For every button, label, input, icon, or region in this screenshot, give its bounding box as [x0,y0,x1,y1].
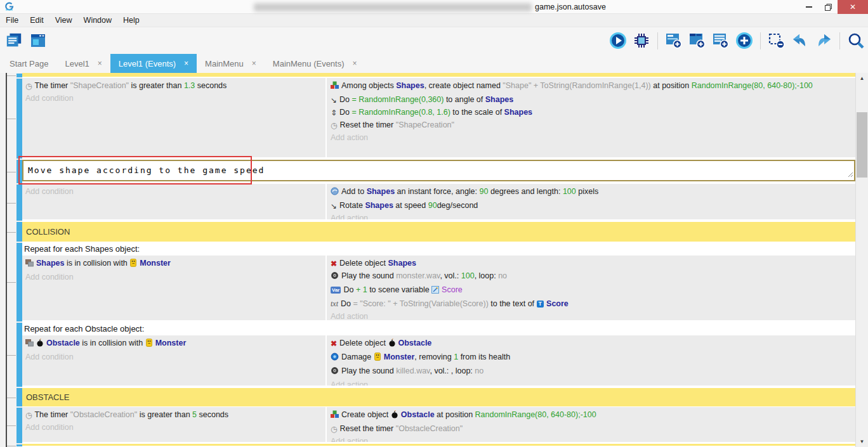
debugger-icon[interactable] [633,32,650,49]
action-row[interactable]: Add action [329,212,854,219]
menu-item-file[interactable]: File [4,16,25,25]
text-segment: + 1 [356,285,367,294]
tab-close-icon[interactable]: × [184,59,188,68]
action-row[interactable]: ↘Do = RandomInRange(0,360) to angle of S… [329,93,854,106]
action-row[interactable]: ◷Reset the timer "ShapeCreation" [329,119,854,131]
conditions-column: Shapes is in collision with MonsterAdd c… [22,256,326,320]
search-icon[interactable] [847,32,865,49]
add-action-button[interactable]: Add action [331,133,368,142]
tab-level1[interactable]: Level1× [56,54,110,73]
action-row[interactable]: txtDo = "Score: " + ToString(Variable(Sc… [329,297,854,310]
condition-row[interactable]: Obstacle is in collision with Monster [24,337,324,351]
undo-icon[interactable] [791,32,809,49]
event-rail [0,407,22,444]
action-row[interactable]: Create object Obstacle at position Rando… [329,408,854,422]
condition-row[interactable]: Add condition [24,421,324,434]
action-row[interactable]: Add action [329,310,854,320]
condition-row[interactable]: Add condition [24,351,324,363]
vertical-scrollbar[interactable]: ▲ ▼ [855,73,868,447]
action-row[interactable]: Add action [329,379,854,385]
toolbar-right [609,32,865,49]
add-condition-button[interactable]: Add condition [25,187,74,196]
comment-strip [22,73,855,78]
menu-item-help[interactable]: Help [122,16,146,25]
add-comment-icon[interactable] [712,32,730,49]
action-row[interactable]: Play the sound monster.wav, vol.: 100, l… [329,269,854,283]
event-block: Add conditionAdd to Shapes an instant fo… [22,184,855,221]
condition-row[interactable]: Add condition [24,92,324,105]
toolbar-separator [839,32,840,49]
condition-row[interactable]: ◷The timer "ShapeCreation" is greater th… [24,79,324,92]
add-subevent-icon[interactable] [688,32,706,49]
add-action-button[interactable]: Add action [331,437,368,442]
comment-bar-obstacle[interactable]: OBSTACLE [22,387,855,407]
condition-row[interactable]: Add condition [24,271,324,283]
close-icon[interactable]: ✕ [838,0,868,14]
tab-close-icon[interactable]: × [98,59,102,68]
add-condition-button[interactable]: Add condition [25,353,74,361]
restore-icon[interactable] [819,0,838,14]
comment-bar-collision[interactable]: COLLISION [22,221,855,242]
tab-level1-events-[interactable]: Level1 (Events)× [110,54,197,73]
tab-start-page[interactable]: Start Page [1,54,56,73]
add-event-icon[interactable] [665,32,683,49]
action-row[interactable]: Add action [329,131,854,144]
action-row[interactable]: ✖Delete object Shapes [329,257,854,269]
event-foreach-header[interactable]: Repeat for each Obstacle object: [22,322,855,335]
tab-mainmenu-events-[interactable]: MainMenu (Events)× [265,54,365,73]
gdevelop-logo-icon [4,2,14,14]
menu-item-window[interactable]: Window [82,16,118,25]
add-action-button[interactable]: Add action [331,312,368,320]
text-segment: at position [651,81,692,90]
text-segment: Shapes [365,201,393,210]
events-editor-icon[interactable] [29,32,47,49]
text-segment: 1.3 [184,81,195,90]
action-row[interactable]: Among objects Shapes, create object name… [329,79,854,93]
action-row[interactable]: ◷Reset the timer "ObstacleCreation" [329,422,854,435]
condition-row[interactable]: Shapes is in collision with Monster [24,257,324,271]
add-condition-button[interactable]: Add condition [25,273,74,282]
action-row[interactable]: Add to Shapes an instant force, angle: 9… [329,185,854,199]
action-row[interactable]: ✖Delete object Obstacle [329,337,854,351]
tab-close-icon[interactable]: × [353,59,357,68]
text-segment: 90 [428,201,437,210]
condition-row[interactable]: Add condition [24,185,324,198]
scene-editor-icon[interactable] [5,32,23,49]
add-action-button[interactable]: Add action [331,380,368,385]
condition-row[interactable]: ◷The timer "ObstacleCreation" is greater… [24,408,324,421]
scrollbar-down-icon[interactable]: ▼ [856,439,868,444]
action-row[interactable]: ⇕Do = RandomInRange(0.8, 1.6) to the sca… [329,106,854,119]
tabbar: Start PageLevel1×Level1 (Events)×MainMen… [0,54,868,73]
text-segment: at speed [393,201,428,210]
action-row[interactable]: ↘Rotate Shapes at speed 90deg/second [329,199,854,212]
scrollbar-thumb[interactable] [857,112,867,178]
redo-icon[interactable] [815,32,832,49]
tab-mainmenu[interactable]: MainMenu× [197,54,265,73]
tab-close-icon[interactable]: × [252,59,256,68]
obstacle-icon [36,339,44,350]
preview-icon[interactable] [609,32,627,49]
action-row[interactable]: Add action [329,435,854,442]
event-columns: Shapes is in collision with MonsterAdd c… [22,256,855,320]
add-more-icon[interactable] [735,32,753,49]
scrollbar-up-icon[interactable]: ▲ [856,75,868,81]
text-segment: "ShapeCreation" [70,81,129,90]
add-condition-button[interactable]: Add condition [25,423,74,432]
event-indent-bar [16,408,22,443]
menu-item-edit[interactable]: Edit [29,16,50,25]
delete-event-icon[interactable] [768,32,786,49]
event-indent-bar [16,323,22,387]
event-foreach-header[interactable]: Repeat for each Shapes object: [22,242,855,256]
add-condition-button[interactable]: Add condition [25,94,74,103]
minimize-icon[interactable] [799,0,819,14]
action-row[interactable]: Damage Monster, removing 1 from its heal… [329,351,854,365]
add-action-button[interactable]: Add action [331,214,368,219]
block-ev-shape-creation: ◷The timer "ShapeCreation" is greater th… [0,78,855,159]
event-block: Repeat for each Obstacle object:Obstacle… [22,322,855,387]
comment-textarea[interactable]: Move shape according to the game speed [22,160,855,181]
text-segment: no [475,366,483,375]
action-row[interactable]: Play the sound killed.wav, vol.: , loop:… [329,365,854,379]
action-row[interactable]: VarDo + 1 to scene variable Score [329,283,854,297]
resize-handle-icon[interactable] [848,170,853,179]
menu-item-view[interactable]: View [54,16,79,25]
